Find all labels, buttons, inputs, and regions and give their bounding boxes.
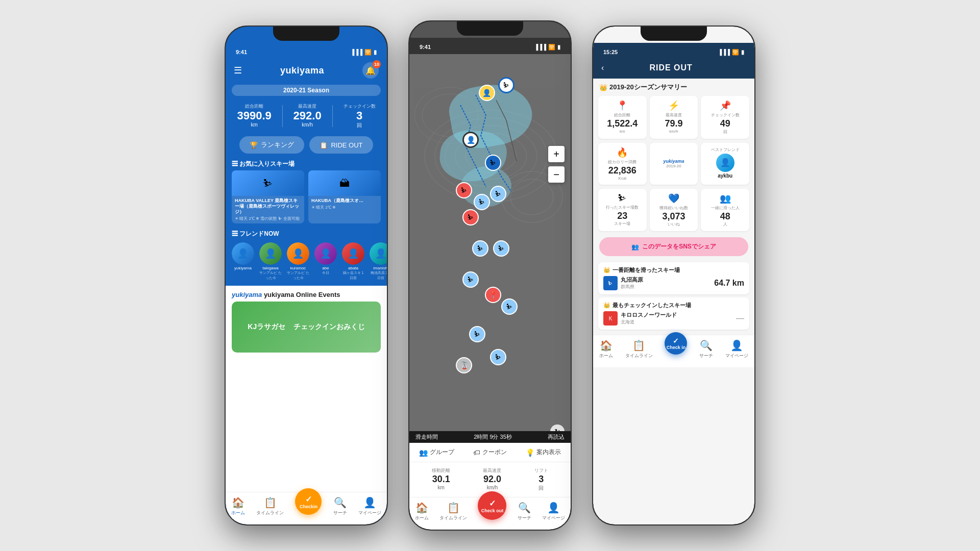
crown-icon-3: 👑: [603, 302, 610, 309]
resort-name-2: HAKUBA（鹿島槍スオ…: [311, 198, 378, 204]
map-tabs: 👥 グループ 🏷 クーポン 💡 案内表示: [409, 443, 571, 462]
home-icon-1: 🏠: [231, 496, 245, 509]
stats-row-1: 総合距離 3990.9 km 最高速度 292.0 km/h チェックイン数 3…: [226, 99, 387, 133]
speed-label: 最高速度: [653, 112, 695, 118]
map-container[interactable]: 👤 ⛷ 👤 ⛷ ⛷ ⛷ ⛷ ⛷ ⛷ ⛷ ⛷ 📍 ⛷ ⛷ ⛷ 🚡 + −: [409, 54, 571, 443]
rideout-label: RIDE OUT: [331, 141, 362, 149]
menu-icon[interactable]: ☰: [234, 65, 242, 76]
friend-avatar-0: 👤: [232, 242, 254, 265]
map-lift-unit: 回: [534, 485, 548, 492]
nav-mypage-1[interactable]: 👤 マイページ: [358, 496, 381, 516]
resort-name-rank-2: キロロスノーワールド: [621, 311, 677, 319]
share-label: このデータをSNSでシェア: [642, 242, 716, 251]
friend-item-0[interactable]: 👤 yukiyama: [232, 242, 254, 281]
nav-timeline-2[interactable]: 📋 タイムライン: [439, 502, 467, 521]
map-pin-6: ⛷: [490, 186, 506, 202]
nav-timeline-3[interactable]: 📋 タイムライン: [625, 339, 653, 359]
screen-2: 9:41 ▐▐▐ 🛜 ▮: [409, 21, 571, 530]
best-friend-name: aykbu: [704, 173, 746, 179]
stat-checkin-unit: 回: [344, 122, 376, 129]
map-distance-value: 30.1: [432, 474, 450, 485]
checkin-btn-3[interactable]: ✓ Check in: [665, 332, 687, 355]
friend-loc-5: 梅池高原ス 2日前: [370, 270, 387, 281]
friend-name-3: abe: [314, 266, 337, 270]
resort-icon-1: ⛷: [603, 276, 618, 290]
checkout-button[interactable]: ✓ Check out: [478, 491, 506, 520]
friend-item-4[interactable]: 👤 abata 鍋ヶ岳スキ 1日前: [342, 242, 364, 281]
nav-search-2[interactable]: 🔍 サーチ: [518, 502, 531, 521]
stats-card-calorie: 🔥 総カロリー消費 22,836 Kcal: [598, 143, 647, 185]
friend-avatar-4: 👤: [342, 242, 364, 265]
status-icons-3: ▐▐▐ 🛜 ▮: [718, 49, 744, 56]
friend-item-3[interactable]: 👤 abe 今日: [314, 242, 337, 281]
status-time-2: 9:41: [420, 44, 431, 50]
online-events-label: yukiyama Online Events: [264, 291, 340, 298]
yukiyama-badge: yukiyama 2019-20: [650, 143, 698, 185]
group-icon: 👥: [419, 448, 428, 457]
bell-button[interactable]: 🔔 10: [362, 62, 379, 79]
resort-image-1: ⛷: [232, 170, 304, 196]
rideout-button[interactable]: 📋 RIDE OUT: [309, 136, 373, 154]
zoom-in-button[interactable]: +: [548, 146, 565, 162]
zoom-out-button[interactable]: −: [548, 166, 565, 183]
likes-icon: 💙: [653, 193, 695, 204]
nav-home-1[interactable]: 🏠 ホーム: [231, 496, 245, 516]
event-banner[interactable]: KJラサガセ チェックインおみくじ: [232, 302, 381, 353]
map-tab-guide[interactable]: 💡 案内表示: [526, 448, 561, 457]
nav-home-2[interactable]: 🏠 ホーム: [415, 502, 429, 521]
ranking-distance-1: 64.7 km: [714, 279, 744, 288]
nav-checkin-1[interactable]: ✓ Checkin: [295, 496, 322, 516]
friend-avatar-5: 👤: [370, 242, 387, 265]
favorite-section-title: ☰ お気に入りスキー場: [226, 157, 387, 170]
rideout-title: RIDE OUT: [610, 63, 732, 72]
nav-search-1[interactable]: 🔍 サーチ: [333, 496, 347, 516]
resorts-icon: ⛷: [601, 193, 644, 204]
nav-mypage-2[interactable]: 👤 マイページ: [542, 502, 565, 521]
season-banner: 2020-21 Season: [232, 85, 381, 96]
ranking-title-2: 最もチェックインしたスキー場: [612, 302, 691, 309]
map-pin-9: ⛷: [462, 271, 479, 288]
nav-timeline-1[interactable]: 📋 タイムライン: [256, 496, 284, 516]
mypage-icon-1: 👤: [358, 496, 381, 509]
resort-card-1[interactable]: ⛷ HAKUBA VALLEY 鹿島槍スキー場（鹿島槍スポーツヴィレッジ） ☀ …: [232, 170, 304, 223]
share-icon: 👥: [631, 243, 639, 251]
search-icon-2: 🔍: [518, 502, 531, 514]
screen-3: 15:25 ▐▐▐ 🛜 ▮ ‹ RIDE OUT 👑 2019-20シーズンサマ…: [593, 27, 754, 524]
notch-1: [273, 27, 339, 41]
mypage-icon-3: 👤: [725, 339, 748, 352]
friend-item-2[interactable]: 👤 kuramoc サンアルビ たった今: [287, 242, 309, 281]
ranking-item-2: 👑 最もチェックインしたスキー場 K キロロスノーワールド 北海道 —: [598, 297, 749, 330]
status-bar-1: 9:41 ▐▐▐ 🛜 ▮: [226, 43, 387, 59]
nav-home-3[interactable]: 🏠 ホーム: [599, 339, 613, 359]
nav-checkout-2[interactable]: ✓ Check out: [478, 502, 506, 521]
friend-item-5[interactable]: 👤 imanishi 梅池高原ス 2日前: [370, 242, 387, 281]
notch-2: [457, 21, 523, 36]
distance-label: 総合距離: [601, 112, 644, 118]
stat-checkin: チェックイン数 3 回: [344, 103, 376, 129]
nav-checkin-3[interactable]: ✓ Check in: [665, 339, 687, 359]
home-icon-3: 🏠: [599, 339, 613, 352]
map-tab-coupon[interactable]: 🏷 クーポン: [473, 448, 507, 457]
map-tab-group[interactable]: 👥 グループ: [419, 448, 454, 457]
phone-1: 9:41 ▐▐▐ 🛜 ▮ ☰ yukiyama 🔔 10 2020-21 Sea…: [225, 26, 388, 525]
nav-mypage-3[interactable]: 👤 マイページ: [725, 339, 748, 359]
share-button[interactable]: 👥 このデータをSNSでシェア: [599, 237, 748, 256]
signal-icon: ▐▐▐: [351, 49, 362, 55]
speed-unit: km/h: [653, 129, 695, 134]
mypage-label-2: マイページ: [542, 515, 565, 521]
friend-item-1[interactable]: 👤 takigawa サンアルビ たった今: [259, 242, 282, 281]
map-pin-4: ⛷: [485, 155, 501, 171]
search-icon-1: 🔍: [333, 496, 347, 509]
mypage-label-3: マイページ: [725, 353, 748, 359]
map-time-bar: 滑走時間 2時間 9分 35秒 再読込: [409, 431, 571, 443]
stats-grid-1: 📍 総合距離 1,522.4 km ⚡ 最高速度 79.9 km/h 📌 チェッ…: [593, 94, 754, 141]
resort-card-2[interactable]: 🏔 HAKUBA（鹿島槍スオ… ☀ 晴天 2℃ ❄: [308, 170, 381, 223]
nav-search-3[interactable]: 🔍 サーチ: [699, 339, 713, 359]
friends-list: 👤 yukiyama 👤 takigawa サンアルビ たった今 👤: [226, 240, 387, 283]
phone-3: 15:25 ▐▐▐ 🛜 ▮ ‹ RIDE OUT 👑 2019-20シーズンサマ…: [592, 26, 755, 525]
timeline-icon-1: 📋: [256, 496, 284, 509]
ranking-button[interactable]: 🏆 ランキング: [239, 136, 304, 154]
crown-icon-2: 👑: [603, 267, 610, 273]
checkin-button[interactable]: ✓ Checkin: [295, 488, 322, 515]
back-button[interactable]: ‹: [601, 63, 604, 72]
